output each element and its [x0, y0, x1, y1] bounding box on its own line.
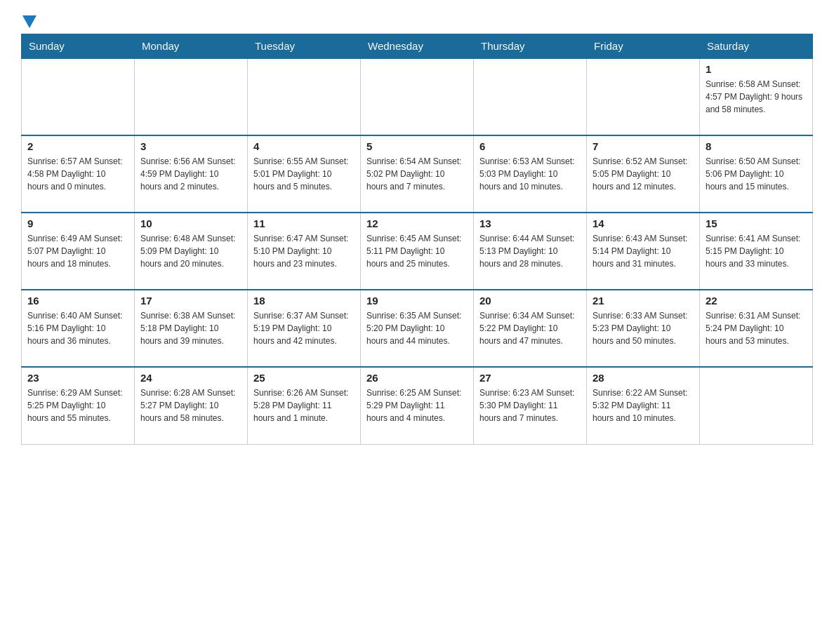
calendar-cell — [22, 58, 135, 135]
calendar-cell: 7Sunrise: 6:52 AM Sunset: 5:05 PM Daylig… — [587, 135, 700, 213]
calendar-cell: 9Sunrise: 6:49 AM Sunset: 5:07 PM Daylig… — [22, 213, 135, 290]
calendar-cell: 13Sunrise: 6:44 AM Sunset: 5:13 PM Dayli… — [474, 213, 587, 290]
day-info: Sunrise: 6:52 AM Sunset: 5:05 PM Dayligh… — [593, 155, 694, 193]
day-number: 3 — [140, 140, 241, 152]
day-number: 20 — [479, 295, 581, 307]
calendar-week-4: 16Sunrise: 6:40 AM Sunset: 5:16 PM Dayli… — [22, 290, 813, 367]
day-info: Sunrise: 6:47 AM Sunset: 5:10 PM Dayligh… — [253, 232, 355, 270]
day-number: 15 — [706, 217, 807, 229]
calendar-cell: 15Sunrise: 6:41 AM Sunset: 5:15 PM Dayli… — [700, 213, 813, 290]
calendar-cell — [700, 367, 813, 444]
weekday-tuesday: Tuesday — [248, 34, 361, 59]
day-number: 10 — [140, 217, 241, 229]
calendar-cell: 14Sunrise: 6:43 AM Sunset: 5:14 PM Dayli… — [587, 213, 700, 290]
weekday-thursday: Thursday — [474, 34, 587, 59]
day-number: 1 — [706, 63, 807, 75]
day-info: Sunrise: 6:58 AM Sunset: 4:57 PM Dayligh… — [706, 78, 807, 116]
svg-marker-0 — [22, 15, 37, 28]
calendar-week-2: 2Sunrise: 6:57 AM Sunset: 4:58 PM Daylig… — [22, 135, 813, 213]
day-number: 2 — [27, 140, 128, 152]
day-info: Sunrise: 6:29 AM Sunset: 5:25 PM Dayligh… — [27, 387, 128, 424]
day-info: Sunrise: 6:40 AM Sunset: 5:16 PM Dayligh… — [27, 309, 128, 347]
calendar-table: SundayMondayTuesdayWednesdayThursdayFrid… — [21, 34, 813, 445]
calendar-cell: 21Sunrise: 6:33 AM Sunset: 5:23 PM Dayli… — [587, 290, 700, 367]
weekday-sunday: Sunday — [22, 34, 135, 59]
day-info: Sunrise: 6:31 AM Sunset: 5:24 PM Dayligh… — [706, 309, 807, 347]
calendar-cell: 8Sunrise: 6:50 AM Sunset: 5:06 PM Daylig… — [700, 135, 813, 213]
day-info: Sunrise: 6:41 AM Sunset: 5:15 PM Dayligh… — [706, 232, 807, 270]
calendar-cell: 3Sunrise: 6:56 AM Sunset: 4:59 PM Daylig… — [135, 135, 248, 213]
day-info: Sunrise: 6:57 AM Sunset: 4:58 PM Dayligh… — [27, 155, 128, 193]
calendar-cell: 17Sunrise: 6:38 AM Sunset: 5:18 PM Dayli… — [135, 290, 248, 367]
day-number: 21 — [593, 295, 694, 307]
day-info: Sunrise: 6:45 AM Sunset: 5:11 PM Dayligh… — [366, 232, 468, 270]
day-info: Sunrise: 6:54 AM Sunset: 5:02 PM Dayligh… — [366, 155, 468, 193]
day-number: 8 — [706, 140, 807, 152]
calendar-cell: 12Sunrise: 6:45 AM Sunset: 5:11 PM Dayli… — [361, 213, 474, 290]
weekday-monday: Monday — [135, 34, 248, 59]
day-number: 22 — [706, 295, 807, 307]
day-info: Sunrise: 6:35 AM Sunset: 5:20 PM Dayligh… — [366, 309, 468, 347]
calendar-week-3: 9Sunrise: 6:49 AM Sunset: 5:07 PM Daylig… — [22, 213, 813, 290]
day-number: 18 — [253, 295, 355, 307]
day-info: Sunrise: 6:50 AM Sunset: 5:06 PM Dayligh… — [706, 155, 807, 193]
day-info: Sunrise: 6:22 AM Sunset: 5:32 PM Dayligh… — [593, 387, 694, 424]
calendar-cell: 22Sunrise: 6:31 AM Sunset: 5:24 PM Dayli… — [700, 290, 813, 367]
weekday-wednesday: Wednesday — [361, 34, 474, 59]
calendar-cell — [587, 58, 700, 135]
day-number: 12 — [366, 217, 468, 229]
calendar-cell: 1Sunrise: 6:58 AM Sunset: 4:57 PM Daylig… — [700, 58, 813, 135]
day-info: Sunrise: 6:53 AM Sunset: 5:03 PM Dayligh… — [479, 155, 581, 193]
day-info: Sunrise: 6:38 AM Sunset: 5:18 PM Dayligh… — [140, 309, 241, 347]
day-number: 16 — [27, 295, 128, 307]
day-number: 19 — [366, 295, 468, 307]
calendar-week-5: 23Sunrise: 6:29 AM Sunset: 5:25 PM Dayli… — [22, 367, 813, 444]
calendar-cell: 20Sunrise: 6:34 AM Sunset: 5:22 PM Dayli… — [474, 290, 587, 367]
calendar-cell — [361, 58, 474, 135]
day-info: Sunrise: 6:26 AM Sunset: 5:28 PM Dayligh… — [253, 387, 355, 424]
day-info: Sunrise: 6:55 AM Sunset: 5:01 PM Dayligh… — [253, 155, 355, 193]
weekday-saturday: Saturday — [700, 34, 813, 59]
day-info: Sunrise: 6:23 AM Sunset: 5:30 PM Dayligh… — [479, 387, 581, 424]
day-number: 9 — [27, 217, 128, 229]
day-info: Sunrise: 6:34 AM Sunset: 5:22 PM Dayligh… — [479, 309, 581, 347]
day-info: Sunrise: 6:49 AM Sunset: 5:07 PM Dayligh… — [27, 232, 128, 270]
day-number: 14 — [593, 217, 694, 229]
day-number: 7 — [593, 140, 694, 152]
calendar-cell: 19Sunrise: 6:35 AM Sunset: 5:20 PM Dayli… — [361, 290, 474, 367]
day-number: 26 — [366, 372, 468, 384]
day-number: 27 — [479, 372, 581, 384]
calendar-cell: 4Sunrise: 6:55 AM Sunset: 5:01 PM Daylig… — [248, 135, 361, 213]
calendar-cell: 10Sunrise: 6:48 AM Sunset: 5:09 PM Dayli… — [135, 213, 248, 290]
day-number: 11 — [253, 217, 355, 229]
day-number: 4 — [253, 140, 355, 152]
calendar-cell: 16Sunrise: 6:40 AM Sunset: 5:16 PM Dayli… — [22, 290, 135, 367]
calendar-cell: 18Sunrise: 6:37 AM Sunset: 5:19 PM Dayli… — [248, 290, 361, 367]
day-number: 6 — [479, 140, 581, 152]
day-number: 13 — [479, 217, 581, 229]
page-header — [21, 14, 813, 27]
calendar-cell: 27Sunrise: 6:23 AM Sunset: 5:30 PM Dayli… — [474, 367, 587, 444]
calendar-cell: 24Sunrise: 6:28 AM Sunset: 5:27 PM Dayli… — [135, 367, 248, 444]
day-info: Sunrise: 6:25 AM Sunset: 5:29 PM Dayligh… — [366, 387, 468, 424]
day-info: Sunrise: 6:28 AM Sunset: 5:27 PM Dayligh… — [140, 387, 241, 424]
day-info: Sunrise: 6:44 AM Sunset: 5:13 PM Dayligh… — [479, 232, 581, 270]
logo — [21, 14, 37, 27]
calendar-cell: 5Sunrise: 6:54 AM Sunset: 5:02 PM Daylig… — [361, 135, 474, 213]
calendar-cell: 26Sunrise: 6:25 AM Sunset: 5:29 PM Dayli… — [361, 367, 474, 444]
day-info: Sunrise: 6:56 AM Sunset: 4:59 PM Dayligh… — [140, 155, 241, 193]
calendar-cell: 25Sunrise: 6:26 AM Sunset: 5:28 PM Dayli… — [248, 367, 361, 444]
calendar-cell: 11Sunrise: 6:47 AM Sunset: 5:10 PM Dayli… — [248, 213, 361, 290]
calendar-cell: 23Sunrise: 6:29 AM Sunset: 5:25 PM Dayli… — [22, 367, 135, 444]
weekday-friday: Friday — [587, 34, 700, 59]
day-info: Sunrise: 6:33 AM Sunset: 5:23 PM Dayligh… — [593, 309, 694, 347]
day-number: 28 — [593, 372, 694, 384]
day-number: 23 — [27, 372, 128, 384]
day-number: 5 — [366, 140, 468, 152]
calendar-cell — [248, 58, 361, 135]
calendar-cell: 6Sunrise: 6:53 AM Sunset: 5:03 PM Daylig… — [474, 135, 587, 213]
weekday-header-row: SundayMondayTuesdayWednesdayThursdayFrid… — [22, 34, 813, 59]
day-number: 24 — [140, 372, 241, 384]
calendar-cell: 28Sunrise: 6:22 AM Sunset: 5:32 PM Dayli… — [587, 367, 700, 444]
day-info: Sunrise: 6:43 AM Sunset: 5:14 PM Dayligh… — [593, 232, 694, 270]
